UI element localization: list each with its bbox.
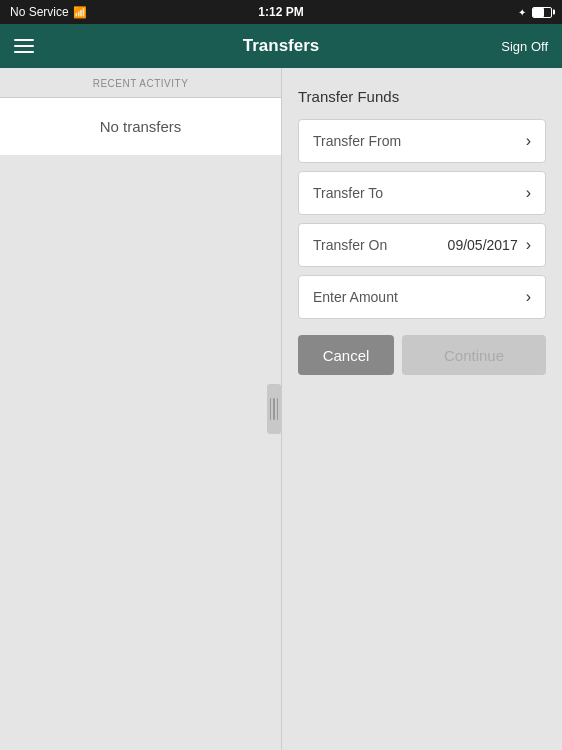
transfer-from-right: › — [526, 132, 531, 150]
transfer-on-label: Transfer On — [313, 237, 387, 253]
left-panel: RECENT ACTIVITY No transfers — [0, 68, 282, 750]
recent-activity-header: RECENT ACTIVITY — [0, 68, 281, 98]
battery-icon — [532, 7, 552, 18]
continue-button[interactable]: Continue — [402, 335, 546, 375]
scroll-handle[interactable] — [267, 384, 281, 434]
no-transfers-label: No transfers — [0, 98, 281, 155]
enter-amount-right: › — [526, 288, 531, 306]
nav-title: Transfers — [243, 36, 320, 56]
status-bar: No Service 📶 1:12 PM ✦ — [0, 0, 562, 24]
transfer-to-field[interactable]: Transfer To › — [298, 171, 546, 215]
enter-amount-chevron: › — [526, 288, 531, 306]
enter-amount-label: Enter Amount — [313, 289, 398, 305]
wifi-icon: 📶 — [73, 6, 87, 19]
nav-bar: Transfers Sign Off — [0, 24, 562, 68]
transfer-on-right: 09/05/2017 › — [448, 236, 531, 254]
main-layout: RECENT ACTIVITY No transfers Transfer Fu… — [0, 68, 562, 750]
status-time: 1:12 PM — [258, 5, 303, 19]
transfer-on-chevron: › — [526, 236, 531, 254]
menu-icon[interactable] — [14, 39, 34, 53]
battery-fill — [533, 8, 544, 17]
button-row: Cancel Continue — [298, 335, 546, 375]
right-panel: Transfer Funds Transfer From › Transfer … — [282, 68, 562, 750]
status-right: ✦ — [518, 7, 552, 18]
transfer-to-right: › — [526, 184, 531, 202]
status-left: No Service 📶 — [10, 5, 87, 19]
transfer-from-field[interactable]: Transfer From › — [298, 119, 546, 163]
transfer-on-field[interactable]: Transfer On 09/05/2017 › — [298, 223, 546, 267]
transfer-from-label: Transfer From — [313, 133, 401, 149]
transfer-to-chevron: › — [526, 184, 531, 202]
enter-amount-field[interactable]: Enter Amount › — [298, 275, 546, 319]
bluetooth-icon: ✦ — [518, 7, 526, 18]
signoff-button[interactable]: Sign Off — [501, 39, 548, 54]
transfer-to-label: Transfer To — [313, 185, 383, 201]
transfer-from-chevron: › — [526, 132, 531, 150]
cancel-button[interactable]: Cancel — [298, 335, 394, 375]
signal-text: No Service — [10, 5, 69, 19]
transfer-funds-title: Transfer Funds — [298, 88, 546, 105]
transfer-on-value: 09/05/2017 — [448, 237, 518, 253]
